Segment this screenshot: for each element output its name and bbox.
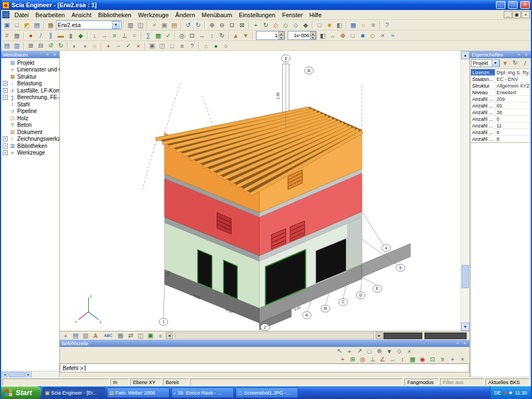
task-button-scia-engineer-er[interactable]: ▣Scia Engineer - [Er... xyxy=(43,387,105,398)
tree-item-linienraster-und-g[interactable]: #Linienraster und G xyxy=(1,66,59,74)
menu-men-baum[interactable]: Menübaum xyxy=(198,11,236,19)
close-button[interactable]: × xyxy=(520,1,530,9)
layer2-icon[interactable]: ▥ xyxy=(81,331,90,340)
project-file-combobox[interactable]: Erw2.esa ▼ xyxy=(56,21,121,29)
scale-spinner[interactable]: 1 ▲▼ xyxy=(256,31,285,40)
snap-add-icon[interactable]: + xyxy=(448,355,457,364)
menu-datei[interactable]: Datei xyxy=(11,11,32,19)
menu-werkzeuge[interactable]: Werkzeuge xyxy=(135,11,172,19)
add-icon[interactable]: ⊕ xyxy=(338,31,347,40)
select-icon[interactable]: ◎ xyxy=(177,31,187,40)
surface-load-icon[interactable]: ≡ xyxy=(110,31,119,40)
pan-icon[interactable]: + xyxy=(251,21,260,29)
scroll-down-icon[interactable]: ▼ xyxy=(461,323,469,331)
wireframe-icon[interactable]: □ xyxy=(315,21,324,29)
tree-item-werkzeuge[interactable]: +×Werkzeuge xyxy=(1,150,59,157)
stretch-icon[interactable]: ↔ xyxy=(328,31,337,40)
snap-node-icon[interactable]: ◉ xyxy=(418,355,427,364)
menu-ndern[interactable]: Ändern xyxy=(172,11,198,19)
hidden-lines-icon[interactable]: ◧ xyxy=(335,21,344,29)
tree-item-stahl[interactable]: IStahl xyxy=(1,101,59,108)
spin-down-icon[interactable]: ▼ xyxy=(278,35,284,39)
snap-off-icon[interactable]: × xyxy=(458,355,467,364)
chevron-down-icon[interactable]: ▼ xyxy=(112,21,120,29)
minus-icon[interactable]: − xyxy=(114,42,123,50)
language-indicator[interactable]: DE xyxy=(494,390,502,396)
property-row[interactable]: Anzahl ...65 xyxy=(471,103,530,109)
filter-icon[interactable]: ▼ xyxy=(500,59,510,68)
orbit-icon[interactable]: ↻ xyxy=(261,21,270,29)
expand-icon[interactable]: + xyxy=(3,95,8,100)
beam-icon[interactable]: / xyxy=(36,31,45,40)
view-front-icon[interactable]: ◇ xyxy=(271,21,280,29)
expand-icon[interactable]: + xyxy=(3,136,8,141)
collapse-icon[interactable]: ⊟ xyxy=(36,42,45,50)
expand-icon[interactable]: + xyxy=(3,144,8,149)
close-icon[interactable]: × xyxy=(523,52,529,58)
tree-item-beton[interactable]: TBeton xyxy=(1,122,59,129)
model-viewport[interactable]: 6B45ABCDE12 1.614.006.103.602.60 z x y ▲ xyxy=(60,51,469,331)
doc-view-icon[interactable]: ▤ xyxy=(2,42,12,50)
mdi-restore-button[interactable]: ▣ xyxy=(513,11,521,18)
list-icon[interactable]: ≡ xyxy=(177,42,187,50)
scroll-thumb[interactable] xyxy=(462,265,469,288)
new-icon[interactable]: □ xyxy=(12,21,22,29)
snap-mesh-icon[interactable]: ▦ xyxy=(408,355,417,364)
question-icon[interactable]: ? xyxy=(187,42,197,50)
scroll-left-icon[interactable]: ◄ xyxy=(2,372,8,377)
tree-item-lastf-lle-lf-komb[interactable]: +±Lastfälle, LF-Komb xyxy=(1,87,59,94)
layer-select-icon[interactable]: ◧ xyxy=(318,31,328,40)
spin-down-icon[interactable]: ▼ xyxy=(310,35,316,39)
paste-icon[interactable]: ▤ xyxy=(170,21,179,29)
task-button-screenshot1-jpg[interactable]: ◫Screenshot1.JPG -... xyxy=(236,387,298,398)
expand-icon[interactable]: ⊞ xyxy=(26,42,35,50)
scroll-left-icon[interactable]: ◄ xyxy=(166,332,173,339)
light-icon[interactable]: ☼ xyxy=(359,21,368,29)
box-icon[interactable]: ▣ xyxy=(146,331,155,340)
grid-toggle-icon[interactable]: ▦ xyxy=(116,331,125,340)
pin-icon[interactable]: + xyxy=(454,341,461,346)
tree-item-berechnung-fe-n[interactable]: +∑Berechnung, FE-N xyxy=(1,94,59,101)
scroll-up-icon[interactable]: ▲ xyxy=(461,51,469,59)
label-abc-icon[interactable]: ABC xyxy=(101,331,115,340)
wall-icon[interactable]: ▮ xyxy=(66,31,75,40)
tree-item-dokument[interactable]: ▤Dokument xyxy=(1,129,59,136)
block3-icon[interactable]: □ xyxy=(167,42,177,50)
mesh-icon[interactable]: ▦ xyxy=(154,31,163,40)
menu-ansicht[interactable]: Ansicht xyxy=(68,11,95,19)
view-preview-box-1[interactable] xyxy=(383,332,422,339)
node-icon[interactable]: ● xyxy=(26,31,35,40)
up-icon[interactable]: ▲ xyxy=(231,31,241,40)
tree-item-projekt[interactable]: ▤Projekt xyxy=(1,59,59,66)
property-row[interactable]: Anzahl ...11 xyxy=(471,122,530,129)
tree-item-belastung[interactable]: +↓Belastung xyxy=(1,80,59,88)
pin-icon[interactable]: + xyxy=(516,52,522,58)
property-row[interactable]: Anzahl ...0 xyxy=(471,116,530,122)
undo-icon[interactable]: ↺ xyxy=(183,21,193,29)
snap-list-icon[interactable]: ≡ xyxy=(438,355,447,364)
wave-icon[interactable]: ≈ xyxy=(388,31,397,40)
scroll-track[interactable] xyxy=(461,59,469,323)
save-icon[interactable]: ▤ xyxy=(32,21,42,29)
property-value[interactable]: 65 xyxy=(495,103,530,109)
edit-icon[interactable]: / xyxy=(520,59,530,68)
mdi-minimize-button[interactable]: _ xyxy=(504,11,512,18)
scroll-thumb[interactable] xyxy=(8,372,25,377)
zoom-fit-icon[interactable]: ⊠ xyxy=(237,21,247,29)
expand-icon[interactable]: + xyxy=(3,88,8,93)
clock[interactable]: 11:30 xyxy=(515,390,527,396)
snap-angle-icon[interactable]: ∠ xyxy=(378,355,387,364)
property-value[interactable]: 6 xyxy=(495,130,530,135)
cancel-icon[interactable]: × xyxy=(134,42,143,50)
task-button-39-enrico-rava[interactable]: ♪39. Enrico Rava - ... xyxy=(171,387,234,398)
maximize-button[interactable]: □ xyxy=(508,1,518,9)
minimize-button[interactable]: _ xyxy=(496,1,505,9)
block2-icon[interactable]: ◫ xyxy=(157,42,167,50)
mdi-doc-icon[interactable]: ▣ xyxy=(2,21,12,29)
options-icon[interactable]: ≡ xyxy=(369,21,378,29)
lines-icon[interactable]: ≡ xyxy=(156,331,165,340)
green-dot-icon[interactable]: ● xyxy=(211,42,221,50)
snap-center-icon[interactable]: ◎ xyxy=(358,355,367,364)
mdi-close-button[interactable]: × xyxy=(521,11,530,18)
menu-bearbeiten[interactable]: Bearbeiten xyxy=(32,11,68,19)
